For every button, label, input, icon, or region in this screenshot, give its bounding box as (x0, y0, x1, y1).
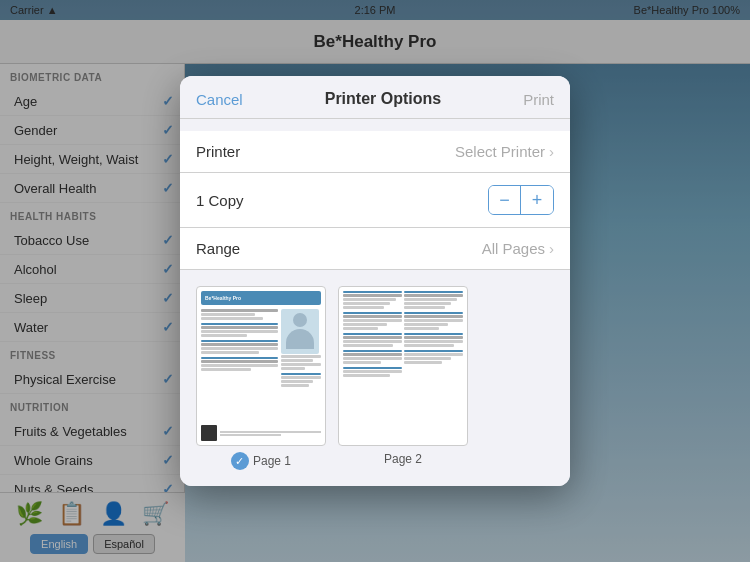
page2-preview-container[interactable]: Page 2 (338, 286, 468, 470)
copies-row-label: 1 Copy (196, 192, 244, 209)
range-row[interactable]: Range All Pages › (180, 228, 570, 270)
page2-label: Page 2 (384, 452, 422, 466)
printer-select-label: Select Printer (455, 143, 545, 160)
page2-label-text: Page 2 (384, 452, 422, 466)
printer-row-value: Select Printer › (455, 143, 554, 160)
copies-stepper: − + (488, 185, 554, 215)
copies-row: 1 Copy − + (180, 173, 570, 228)
range-row-label: Range (196, 240, 240, 257)
range-value-label: All Pages (482, 240, 545, 257)
page2-preview (338, 286, 468, 446)
cancel-button[interactable]: Cancel (196, 91, 243, 108)
modal-title: Printer Options (325, 90, 441, 108)
printer-options-modal: Cancel Printer Options Print Printer Sel… (180, 76, 570, 486)
modal-overlay: Cancel Printer Options Print Printer Sel… (0, 0, 750, 562)
stepper-plus-button[interactable]: + (521, 186, 553, 214)
page1-check-icon: ✓ (231, 452, 249, 470)
stepper-minus-button[interactable]: − (489, 186, 521, 214)
printer-chevron-icon: › (549, 143, 554, 160)
printer-row[interactable]: Printer Select Printer › (180, 131, 570, 173)
range-row-value: All Pages › (482, 240, 554, 257)
modal-body: Printer Select Printer › 1 Copy − + Rang… (180, 131, 570, 486)
page-previews: Be*Healthy Pro (180, 270, 570, 486)
printer-row-label: Printer (196, 143, 240, 160)
page1-preview: Be*Healthy Pro (196, 286, 326, 446)
page1-preview-container[interactable]: Be*Healthy Pro (196, 286, 326, 470)
page1-label-text: Page 1 (253, 454, 291, 468)
modal-header: Cancel Printer Options Print (180, 76, 570, 119)
range-chevron-icon: › (549, 240, 554, 257)
page1-label: ✓ Page 1 (231, 452, 291, 470)
print-button[interactable]: Print (523, 91, 554, 108)
